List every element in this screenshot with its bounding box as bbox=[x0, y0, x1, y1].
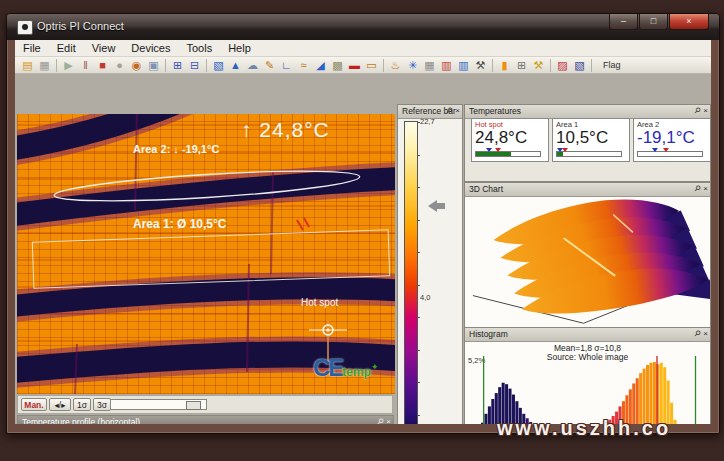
tools-icon[interactable]: ⚒ bbox=[472, 58, 489, 73]
bars-red-icon[interactable]: ▥ bbox=[438, 58, 455, 73]
pin-icon[interactable]: ⚲ bbox=[691, 183, 704, 196]
flame-icon[interactable]: ♨ bbox=[387, 58, 404, 73]
close-icon[interactable]: × bbox=[386, 417, 391, 424]
range-step-button[interactable]: ◂/▸ bbox=[49, 398, 71, 411]
line-tool-icon[interactable]: ▬ bbox=[346, 58, 363, 73]
level-arrow-icon[interactable] bbox=[422, 200, 437, 212]
scale-tick bbox=[417, 382, 420, 383]
stop-icon[interactable]: ■ bbox=[94, 58, 111, 73]
temp-box-value: 10,5°C bbox=[556, 128, 608, 148]
snapshot-icon[interactable]: ◉ bbox=[128, 58, 145, 73]
area2-label: Area 2: ↓ -19,1°C bbox=[133, 143, 219, 155]
open-folder-icon[interactable]: ▤ bbox=[19, 58, 36, 73]
one-sigma-button[interactable]: 1σ bbox=[73, 398, 91, 411]
app-icon bbox=[17, 20, 33, 35]
temp-marker-icon bbox=[663, 148, 669, 155]
menu-file[interactable]: File bbox=[15, 41, 49, 55]
manual-scale-button[interactable]: Man. bbox=[21, 398, 47, 411]
temperatures-header[interactable]: Temperatures ⚲× bbox=[465, 105, 710, 119]
chart3d-view[interactable] bbox=[465, 197, 710, 327]
device-table-icon[interactable]: ⊞ bbox=[169, 58, 186, 73]
pause-icon[interactable]: ‖ bbox=[77, 58, 94, 73]
scale-slider-thumb[interactable] bbox=[186, 401, 201, 410]
temperatures-title: Temperatures bbox=[469, 106, 521, 116]
close-icon[interactable]: × bbox=[455, 106, 460, 115]
three-sigma-button[interactable]: 3σ bbox=[93, 398, 111, 411]
temp-range-bar bbox=[556, 151, 622, 157]
temp-box-hot-spot: Hot spot24,8°C bbox=[471, 118, 549, 162]
temp-range-fill bbox=[476, 152, 511, 156]
layout-icon[interactable]: ▧ bbox=[210, 58, 227, 73]
temp-marker-icon bbox=[562, 148, 568, 155]
menu-bar: FileEditViewDevicesToolsHelp bbox=[15, 40, 711, 57]
title-bar[interactable]: Optris PI Connect – □ × bbox=[7, 14, 719, 40]
cloud-icon[interactable]: ☁ bbox=[244, 58, 261, 73]
temp-bar-icon[interactable]: ▮ bbox=[496, 58, 513, 73]
flag-button[interactable]: Flag bbox=[597, 59, 627, 71]
area1-label: Area 1: Ø 10,5°C bbox=[133, 217, 227, 231]
spline-icon[interactable]: ≈ bbox=[295, 58, 312, 73]
scale-slider-track[interactable] bbox=[97, 399, 207, 410]
profile-panel-header[interactable]: Temperature profile (horizontal) ⚲× bbox=[18, 416, 393, 424]
temperatures-panel: Temperatures ⚲× Hot spot24,8°CArea 110,5… bbox=[464, 104, 711, 182]
toolbar: ▤▦▶‖■●◉▣⊞⊟▧▲☁✎∟≈◢▩▬▭♨✳▦▥▥⚒▮⊞⚒▨▧Flag bbox=[15, 57, 711, 74]
trend-icon[interactable]: ◢ bbox=[312, 58, 329, 73]
scale-tick bbox=[417, 285, 420, 286]
axes-icon[interactable]: ∟ bbox=[278, 58, 295, 73]
profile-panel-title: Temperature profile (horizontal) bbox=[22, 417, 140, 424]
histogram-chart: Mean=1,8 σ=10,8 Source: Whole image 5,2%… bbox=[465, 342, 710, 424]
pin-icon[interactable]: ⚲ bbox=[374, 416, 387, 424]
max-temp-label: ↑ 24,8°C bbox=[241, 118, 330, 142]
minimize-button[interactable]: – bbox=[609, 14, 638, 30]
snowflake-icon[interactable]: ✳ bbox=[404, 58, 421, 73]
range-icon[interactable]: ▭ bbox=[363, 58, 380, 73]
pin-icon[interactable]: ⚲ bbox=[691, 328, 704, 341]
temp-marker-icon bbox=[652, 148, 658, 155]
histogram-panel: Histogram ⚲× Mean=1,8 σ=10,8 Source: Who… bbox=[464, 327, 711, 424]
menu-view[interactable]: View bbox=[84, 41, 124, 55]
record-video-icon[interactable]: ▨ bbox=[554, 58, 571, 73]
toolbar-separator bbox=[492, 59, 493, 72]
matrix-icon[interactable]: ⊞ bbox=[513, 58, 530, 73]
logo-ce-text: CE bbox=[313, 354, 342, 381]
toolbar-separator bbox=[206, 59, 207, 72]
app-window: Optris PI Connect – □ × FileEditViewDevi… bbox=[6, 13, 720, 434]
record-icon[interactable]: ● bbox=[111, 58, 128, 73]
menu-edit[interactable]: Edit bbox=[49, 41, 84, 55]
mesh-icon[interactable]: ▩ bbox=[329, 58, 346, 73]
toolbar-separator bbox=[165, 59, 166, 72]
workspace: Area 2: ↓ -19,1°C ↑ 24,8°C Area 1: Ø 10,… bbox=[15, 74, 711, 424]
close-icon[interactable]: × bbox=[703, 106, 708, 115]
close-button[interactable]: × bbox=[669, 14, 709, 30]
marker-pen-icon[interactable]: ✎ bbox=[261, 58, 278, 73]
calibrate-icon[interactable]: ⚒ bbox=[530, 58, 547, 73]
thermal-image-view[interactable]: Area 2: ↓ -19,1°C ↑ 24,8°C Area 1: Ø 10,… bbox=[17, 114, 395, 394]
watermark: www.uszhh.co bbox=[497, 417, 671, 440]
save-icon[interactable]: ▦ bbox=[36, 58, 53, 73]
chart3d-title: 3D Chart bbox=[469, 184, 503, 194]
menu-tools[interactable]: Tools bbox=[178, 41, 220, 55]
scale-tick bbox=[417, 155, 420, 156]
area-chart-icon[interactable]: ▲ bbox=[227, 58, 244, 73]
color-scale-gradient[interactable] bbox=[404, 121, 418, 424]
grid-icon[interactable]: ▦ bbox=[421, 58, 438, 73]
play-icon[interactable]: ▶ bbox=[60, 58, 77, 73]
toolbar-separator bbox=[56, 59, 57, 72]
scale-mid-label: 4,0 bbox=[420, 293, 430, 302]
pin-icon[interactable]: ⚲ bbox=[691, 105, 704, 118]
menu-devices[interactable]: Devices bbox=[123, 41, 178, 55]
device-report-icon[interactable]: ⊟ bbox=[186, 58, 203, 73]
chart3d-header[interactable]: 3D Chart ⚲× bbox=[465, 183, 710, 197]
copy-icon[interactable]: ▣ bbox=[145, 58, 162, 73]
toolbar-separator bbox=[550, 59, 551, 72]
bars-blue-icon[interactable]: ▥ bbox=[455, 58, 472, 73]
temp-range-bar bbox=[475, 151, 541, 157]
histogram-header[interactable]: Histogram ⚲× bbox=[465, 328, 710, 342]
close-icon[interactable]: × bbox=[703, 329, 708, 338]
close-icon[interactable]: × bbox=[703, 184, 708, 193]
menu-help[interactable]: Help bbox=[220, 41, 259, 55]
play-video-icon[interactable]: ▧ bbox=[571, 58, 588, 73]
scale-tick bbox=[417, 187, 420, 188]
maximize-button[interactable]: □ bbox=[639, 14, 668, 30]
temp-box-value: 24,8°C bbox=[475, 128, 527, 148]
